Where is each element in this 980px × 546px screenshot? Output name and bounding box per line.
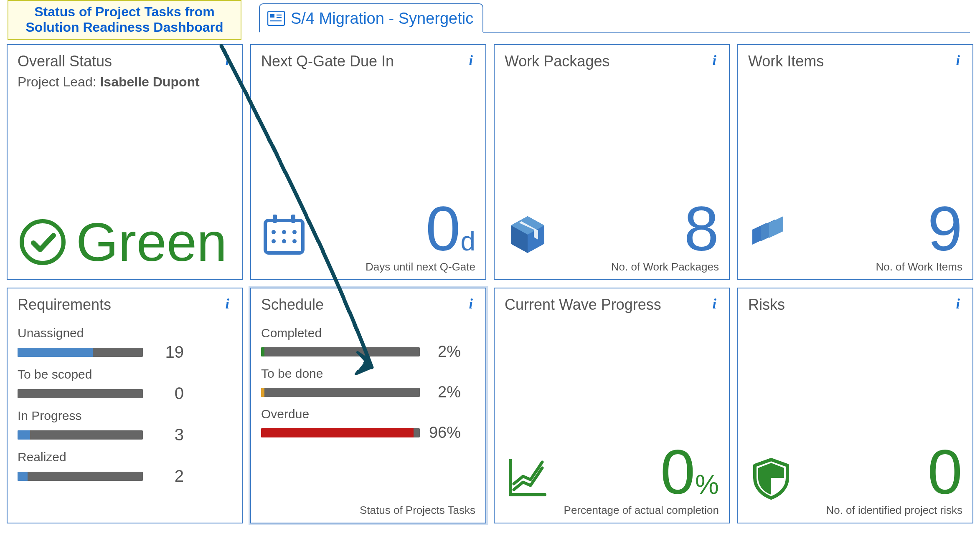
tile-work-items[interactable]: Work Items i 9 No. of Work Items — [737, 44, 973, 280]
tile-risks[interactable]: Risks i 0 No. of identified project risk… — [737, 288, 973, 523]
bar-label: To be scoped — [18, 367, 232, 382]
tile-title: Current Wave Progress — [505, 296, 661, 313]
bar-item: Overdue96% — [261, 407, 475, 442]
svg-rect-8 — [291, 215, 295, 223]
bar-fill — [18, 348, 93, 357]
requirements-barlist: Unassigned19To be scoped0In Progress3Rea… — [18, 326, 232, 485]
tile-overall-status[interactable]: Overall Status i Project Lead: Isabelle … — [7, 44, 243, 280]
stack-icon — [748, 211, 794, 257]
bar-row: 96% — [261, 424, 475, 442]
schedule-barlist: Completed2%To be done2%Overdue96% — [261, 326, 475, 442]
linechart-icon — [505, 455, 551, 500]
svg-point-14 — [292, 239, 297, 243]
bar-label: Realized — [18, 450, 232, 464]
callout-line-2: Solution Readiness Dashboard — [13, 20, 236, 35]
bar-fill — [18, 472, 28, 481]
bar-row: 2 — [18, 467, 232, 485]
info-icon[interactable]: i — [223, 53, 232, 68]
svg-point-5 — [22, 221, 63, 263]
svg-point-13 — [282, 239, 286, 243]
shield-icon — [748, 455, 794, 500]
tile-title: Work Items — [748, 53, 824, 70]
svg-rect-6 — [265, 220, 303, 253]
tile-grid: Overall Status i Project Lead: Isabelle … — [7, 44, 973, 523]
bar-value: 0 — [150, 384, 184, 403]
bar-item: To be done2% — [261, 367, 475, 401]
info-icon[interactable]: i — [710, 53, 719, 68]
bar-track — [18, 348, 143, 357]
bar-label: In Progress — [18, 409, 232, 423]
info-icon[interactable]: i — [467, 53, 475, 68]
bar-item: To be scoped0 — [18, 367, 232, 403]
package-icon — [505, 211, 551, 257]
bar-label: Overdue — [261, 407, 475, 421]
callout-box: Status of Project Tasks from Solution Re… — [8, 0, 241, 40]
calendar-icon — [261, 211, 307, 257]
tile-footer: No. of Work Items — [748, 260, 962, 273]
bar-value: 19 — [150, 343, 184, 361]
tile-title: Risks — [748, 296, 785, 313]
bar-track — [261, 388, 420, 397]
bar-track — [261, 347, 420, 356]
svg-point-9 — [272, 230, 276, 234]
bar-fill — [261, 428, 414, 437]
bar-row: 2% — [261, 343, 475, 361]
svg-rect-7 — [273, 215, 277, 223]
bar-value: 2 — [150, 467, 184, 485]
tile-current-wave[interactable]: Current Wave Progress i 0% — [494, 288, 730, 523]
info-icon[interactable]: i — [223, 296, 232, 312]
callout-line-1: Status of Project Tasks from — [13, 4, 236, 20]
dashboard-stage: Status of Project Tasks from Solution Re… — [0, 0, 980, 546]
bar-track — [18, 430, 143, 440]
tile-title: Overall Status — [18, 53, 112, 70]
status-row: Green — [18, 215, 232, 269]
info-icon[interactable]: i — [710, 296, 719, 312]
tile-footer: No. of Work Packages — [505, 260, 719, 273]
tile-footer: Days until next Q-Gate — [261, 260, 475, 273]
tile-schedule[interactable]: Schedule i Completed2%To be done2%Overdu… — [250, 288, 486, 523]
bar-fill — [261, 388, 264, 397]
bar-item: Unassigned19 — [18, 326, 232, 361]
svg-point-12 — [272, 239, 276, 243]
bar-fill — [261, 347, 264, 356]
bar-row: 3 — [18, 425, 232, 444]
bar-value: 96% — [427, 424, 461, 442]
tab-project[interactable]: S/4 Migration - Synergetic — [259, 3, 483, 33]
bar-track — [261, 428, 420, 437]
bar-label: To be done — [261, 367, 475, 381]
bar-value: 2% — [427, 343, 461, 361]
bar-row: 0 — [18, 384, 232, 403]
bar-value: 2% — [427, 383, 461, 401]
svg-rect-0 — [268, 11, 284, 25]
tile-title: Schedule — [261, 296, 324, 313]
qgate-value: 0d — [426, 201, 475, 257]
wave-value: 0% — [660, 444, 719, 500]
bar-item: Completed2% — [261, 326, 475, 361]
tile-footer: No. of identified project risks — [748, 504, 962, 517]
work-items-value: 9 — [928, 201, 962, 257]
bar-fill — [18, 430, 30, 440]
work-packages-value: 8 — [684, 201, 719, 257]
bar-row: 2% — [261, 383, 475, 401]
card-icon — [267, 11, 285, 26]
info-icon[interactable]: i — [467, 296, 475, 312]
tile-work-packages[interactable]: Work Packages i 8 No. of Work Pack — [494, 44, 730, 280]
bar-track — [18, 389, 143, 398]
checkmark-circle-icon — [18, 217, 68, 267]
info-icon[interactable]: i — [954, 296, 962, 312]
bar-value: 3 — [150, 425, 184, 444]
bar-item: In Progress3 — [18, 409, 232, 444]
project-lead: Project Lead: Isabelle Dupont — [18, 74, 232, 90]
tile-next-qgate[interactable]: Next Q-Gate Due In i — [250, 44, 486, 280]
svg-rect-1 — [270, 14, 274, 18]
tile-requirements[interactable]: Requirements i Unassigned19To be scoped0… — [7, 288, 243, 523]
bar-label: Completed — [261, 326, 475, 340]
tile-footer: Percentage of actual completion — [505, 504, 719, 517]
bar-row: 19 — [18, 343, 232, 361]
svg-point-10 — [282, 230, 286, 234]
tab-label: S/4 Migration - Synergetic — [291, 10, 473, 28]
tile-footer: Status of Projects Tasks — [261, 504, 475, 517]
info-icon[interactable]: i — [954, 53, 962, 68]
tile-title: Work Packages — [505, 53, 609, 70]
bar-item: Realized2 — [18, 450, 232, 485]
